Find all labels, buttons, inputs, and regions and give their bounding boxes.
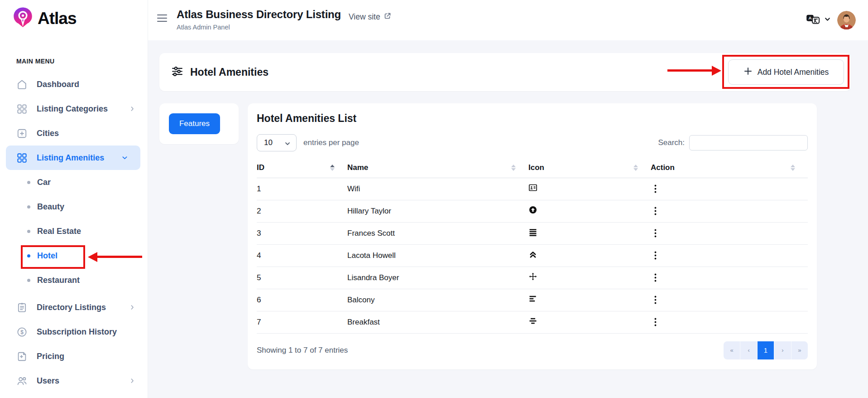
move-arrows-icon — [528, 274, 537, 283]
topbar-actions: A — [806, 0, 856, 40]
table-footer: Showing 1 to 7 of 7 entries « ‹ 1 › » — [257, 341, 808, 359]
pagination: « ‹ 1 › » — [724, 341, 808, 359]
pagination-first-button[interactable]: « — [724, 341, 740, 359]
search-input[interactable] — [689, 135, 808, 150]
main-area: Atlas Business Directory Listing Atlas A… — [148, 0, 868, 398]
vertical-dots-icon[interactable] — [651, 294, 660, 306]
address-card-icon — [528, 185, 537, 194]
sliders-icon — [171, 65, 183, 79]
app-window: Atlas MAIN MENU Dashboard Listing Catego… — [0, 0, 868, 398]
pagination-prev-button[interactable]: ‹ — [740, 341, 757, 359]
table-row: 6 Balcony — [257, 289, 808, 311]
sidebar-item-cities[interactable]: Cities — [0, 121, 148, 146]
column-header-id[interactable]: ID — [257, 158, 347, 178]
translate-icon: A — [806, 13, 820, 27]
sidebar-item-subscription-history[interactable]: $ Subscription History — [0, 320, 148, 344]
cell-icon — [528, 311, 651, 333]
cell-id: 6 — [257, 289, 347, 311]
column-header-name[interactable]: Name — [347, 158, 528, 178]
grid-icon — [16, 103, 28, 115]
vertical-dots-icon[interactable] — [651, 249, 660, 262]
sidebar-item-dashboard[interactable]: Dashboard — [0, 72, 148, 97]
cell-id: 7 — [257, 311, 347, 333]
pagination-next-button[interactable]: › — [774, 341, 791, 359]
panel-header: Hotel Amenities Add Hotel Amenities — [159, 53, 851, 91]
cell-icon — [528, 222, 651, 244]
column-header-icon[interactable]: Icon — [528, 158, 651, 178]
brand-name: Atlas — [38, 9, 76, 28]
cell-name: Wifi — [347, 178, 528, 200]
sidebar-item-label: Pricing — [37, 352, 64, 361]
brand-logo[interactable]: Atlas — [0, 0, 148, 31]
language-selector[interactable]: A — [806, 13, 831, 27]
cell-action — [651, 267, 808, 289]
cell-icon — [528, 244, 651, 267]
bullet-icon — [27, 230, 30, 233]
pagination-last-button[interactable]: » — [791, 341, 808, 359]
sidebar-subitem-label: Car — [37, 178, 51, 187]
sidebar-item-label: Directory Listings — [37, 303, 106, 312]
vertical-dots-icon[interactable] — [651, 272, 660, 284]
align-left-icon — [528, 296, 537, 305]
sidebar-item-users[interactable]: Users — [0, 369, 148, 393]
chevron-right-icon — [129, 105, 136, 112]
table-row: 5 Lisandra Boyer — [257, 267, 808, 289]
sidebar: Atlas MAIN MENU Dashboard Listing Catego… — [0, 0, 148, 398]
sidebar-subitem-hotel[interactable]: Hotel — [0, 243, 148, 268]
add-hotel-amenities-button[interactable]: Add Hotel Amenities — [728, 59, 844, 85]
cell-name: Frances Scott — [347, 222, 528, 244]
vertical-dots-icon[interactable] — [651, 227, 660, 239]
grid-icon — [16, 152, 28, 164]
chevron-down-icon — [824, 16, 831, 24]
sidebar-subitem-restaurant[interactable]: Restaurant — [0, 268, 148, 292]
avatar[interactable] — [837, 11, 856, 29]
entries-per-page-label: entries per page — [303, 138, 359, 147]
table-row: 1 Wifi — [257, 178, 808, 200]
sidebar-item-listing-amenities[interactable]: Listing Amenities — [6, 146, 140, 170]
sidebar-subitem-real-estate[interactable]: Real Estate — [0, 219, 148, 243]
view-site-label: View site — [349, 12, 380, 22]
cell-id: 3 — [257, 222, 347, 244]
search-label: Search: — [658, 138, 685, 147]
vertical-dots-icon[interactable] — [651, 316, 660, 328]
sidebar-item-pricing[interactable]: Pricing — [0, 344, 148, 369]
cell-icon — [528, 267, 651, 289]
entries-per-page-select[interactable]: 10 — [257, 134, 297, 151]
square-plus-icon — [16, 128, 28, 139]
topbar: Atlas Business Directory Listing Atlas A… — [148, 0, 868, 40]
table-row: 3 Frances Scott — [257, 222, 808, 244]
sidebar-subitem-label: Restaurant — [37, 276, 80, 285]
sidebar-item-directory-listings[interactable]: Directory Listings — [0, 295, 148, 320]
cell-icon — [528, 289, 651, 311]
entries-select-value: 10 — [264, 138, 273, 147]
vertical-dots-icon[interactable] — [651, 205, 660, 217]
sidebar-item-listing-categories[interactable]: Listing Categories — [0, 97, 148, 121]
sort-icon — [633, 165, 638, 171]
sidebar-subitem-car[interactable]: Car — [0, 170, 148, 194]
cell-action — [651, 289, 808, 311]
clipboard-icon — [16, 302, 28, 313]
cell-name: Lacota Howell — [347, 244, 528, 267]
chevron-right-icon — [129, 377, 136, 384]
sidebar-nav: Dashboard Listing Categories Cities — [0, 72, 148, 393]
cell-id: 4 — [257, 244, 347, 267]
cell-icon — [528, 178, 651, 200]
cell-icon — [528, 200, 651, 222]
features-tab-button[interactable]: Features — [169, 113, 220, 134]
menu-icon[interactable] — [157, 12, 170, 24]
external-link-icon — [384, 12, 391, 22]
cell-action — [651, 222, 808, 244]
sidebar-item-label: Listing Amenities — [37, 153, 104, 163]
sidebar-subitem-beauty[interactable]: Beauty — [0, 194, 148, 219]
angles-up-icon — [528, 252, 537, 261]
column-header-action[interactable]: Action — [651, 158, 808, 178]
pagination-page-1-button[interactable]: 1 — [757, 341, 774, 359]
list-title: Hotel Amenities List — [257, 112, 808, 125]
table-row: 4 Lacota Howell — [257, 244, 808, 267]
sidebar-section-label: MAIN MENU — [16, 58, 148, 65]
cell-name: Breakfast — [347, 311, 528, 333]
chevron-down-icon — [284, 140, 291, 149]
vertical-dots-icon[interactable] — [651, 183, 660, 195]
showing-entries-text: Showing 1 to 7 of 7 entries — [257, 346, 348, 355]
view-site-link[interactable]: View site — [349, 12, 391, 22]
